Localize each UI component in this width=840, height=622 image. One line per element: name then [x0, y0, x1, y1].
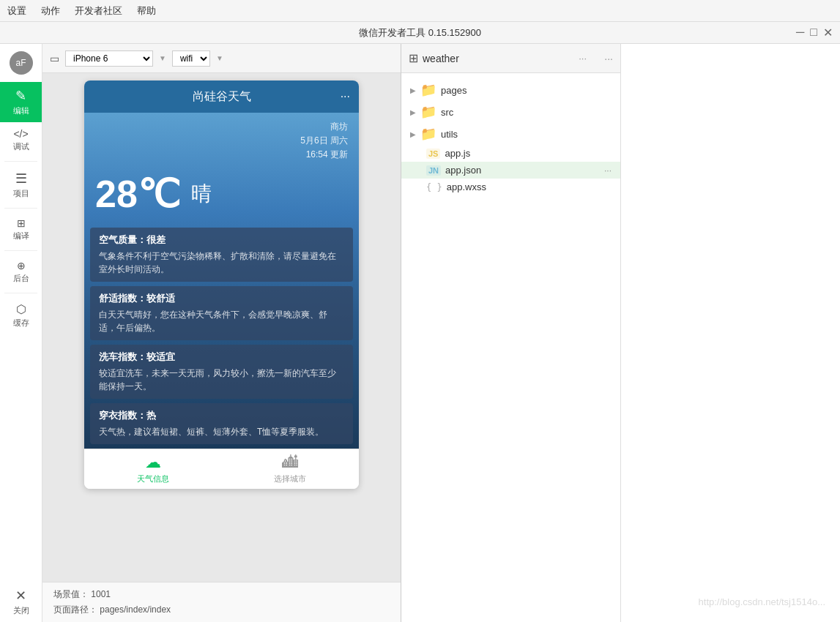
- debug-icon: </>: [13, 128, 28, 140]
- sidebar-label-backend: 后台: [13, 273, 29, 284]
- weather-temp-row: 28℃ 晴: [84, 168, 359, 223]
- menu-help[interactable]: 帮助: [137, 4, 156, 18]
- menu-settings[interactable]: 设置: [7, 4, 26, 18]
- sidebar-divider-3: [4, 250, 38, 251]
- scene-value: 1001: [91, 589, 111, 599]
- weather-card-3-desc: 天气热，建议着短裙、短裤、短薄外套、T恤等夏季服装。: [99, 425, 344, 438]
- pages-folder-icon: 📁: [420, 82, 436, 98]
- file-item-appjs[interactable]: JS app.js: [401, 145, 620, 162]
- sidebar-label-compile: 编译: [13, 231, 29, 241]
- sidebar-item-debug[interactable]: </> 调试: [0, 122, 42, 158]
- phone-frame: 尚硅谷天气 ··· 商坊 5月6日 周六 16:54 更新 28℃ 晴: [84, 80, 359, 489]
- utils-arrow-icon: ▶: [410, 130, 416, 138]
- file-panel-icon: ⊞: [409, 51, 418, 65]
- city-tab-label: 选择城市: [274, 473, 306, 484]
- pages-folder-name: pages: [441, 85, 467, 96]
- backend-icon: ⊕: [17, 260, 26, 271]
- file-toolbar-dots[interactable]: ···: [579, 53, 587, 64]
- weather-location: 商坊: [95, 120, 348, 134]
- simulator-panel: ▭ iPhone 6 ▼ wifi ▼ 尚硅谷天气 ··· 商坊: [42, 44, 401, 622]
- file-item-pages[interactable]: ▶ 📁 pages: [401, 79, 620, 101]
- appjson-dots[interactable]: ···: [604, 165, 612, 176]
- menu-actions[interactable]: 动作: [41, 4, 60, 18]
- weather-card-2: 洗车指数：较适宜 较适宜洗车，未来一天无雨，风力较小，擦洗一新的汽车至少能保持一…: [90, 345, 353, 399]
- sidebar-item-close[interactable]: ✕ 关闭: [0, 582, 42, 622]
- weather-tab-label: 天气信息: [137, 473, 169, 484]
- weather-update-time: 16:54 更新: [95, 148, 348, 162]
- maximize-button[interactable]: □: [810, 26, 817, 40]
- city-tab-icon: 🏙: [282, 453, 298, 472]
- sidebar-item-backend[interactable]: ⊕ 后台: [0, 254, 42, 290]
- path-value: pages/index/index: [100, 604, 171, 615]
- title-bar: 微信开发者工具 0.15.152900 ─ □ ✕: [0, 22, 840, 44]
- tab-weather-info[interactable]: ☁ 天气信息: [84, 449, 222, 489]
- appjson-name: app.json: [445, 165, 481, 176]
- weather-card-0-title: 空气质量：很差: [99, 233, 344, 247]
- weather-card-2-title: 洗车指数：较适宜: [99, 351, 344, 364]
- phone-content: 商坊 5月6日 周六 16:54 更新 28℃ 晴 空气质量：很差 气象条件不利…: [84, 113, 359, 449]
- appwxss-type-icon: { }: [426, 182, 442, 192]
- avatar[interactable]: aF: [10, 51, 33, 75]
- sidebar-item-editor[interactable]: ✎ 编辑: [0, 82, 42, 122]
- weather-card-0: 空气质量：很差 气象条件不利于空气污染物稀释、扩散和清除，请尽量避免在室外长时间…: [90, 228, 353, 282]
- sidebar: aF ✎ 编辑 </> 调试 ☰ 项目 ⊞ 编译 ⊕ 后台 ⬡ 缓存: [0, 44, 42, 622]
- menu-community[interactable]: 开发者社区: [75, 4, 122, 18]
- file-toolbar: ⊞ weather ··· ···: [401, 44, 620, 73]
- weather-card-3: 穿衣指数：热 天气热，建议着短裙、短裤、短薄外套、T恤等夏季服装。: [90, 403, 353, 444]
- minimize-button[interactable]: ─: [796, 26, 804, 40]
- weather-date: 5月6日 周六: [95, 134, 348, 148]
- file-panel-extra-dots[interactable]: ···: [591, 53, 613, 64]
- weather-header: 商坊 5月6日 周六 16:54 更新: [84, 113, 359, 168]
- weather-card-0-desc: 气象条件不利于空气污染物稀释、扩散和清除，请尽量避免在室外长时间活动。: [99, 250, 344, 276]
- src-folder-icon: 📁: [420, 104, 436, 120]
- path-label: 页面路径：: [53, 604, 97, 615]
- pages-arrow-icon: ▶: [410, 86, 416, 94]
- tab-city-select[interactable]: 🏙 选择城市: [222, 449, 360, 489]
- src-arrow-icon: ▶: [410, 108, 416, 116]
- network-arrow-icon: ▼: [216, 54, 223, 62]
- scene-info: 场景值： 1001: [53, 588, 390, 601]
- sidebar-label-close: 关闭: [13, 605, 29, 616]
- sidebar-divider-1: [4, 161, 38, 162]
- device-icon: ▭: [50, 53, 59, 64]
- sidebar-item-project[interactable]: ☰ 项目: [0, 165, 42, 205]
- weather-card-1-title: 舒适指数：较舒适: [99, 292, 344, 305]
- appjs-name: app.js: [445, 148, 470, 159]
- phone-nav-dots[interactable]: ···: [341, 90, 350, 103]
- file-item-utils[interactable]: ▶ 📁 utils: [401, 123, 620, 145]
- phone-container: 尚硅谷天气 ··· 商坊 5月6日 周六 16:54 更新 28℃ 晴: [42, 73, 401, 582]
- close-button[interactable]: ✕: [823, 26, 833, 40]
- weather-card-1-desc: 白天天气晴好，您在这种天气条件下，会感觉早晚凉爽、舒适，午后偏热。: [99, 308, 344, 334]
- window-controls: ─ □ ✕: [796, 26, 833, 40]
- sidebar-item-compile[interactable]: ⊞ 编译: [0, 211, 42, 247]
- device-arrow-icon: ▼: [159, 54, 166, 62]
- right-panel: http://blog.csdn.net/tsj1514o...: [620, 44, 840, 622]
- editor-icon: ✎: [15, 88, 26, 104]
- cache-icon: ⬡: [16, 302, 26, 316]
- file-tree: ▶ 📁 pages ▶ 📁 src ▶ 📁 utils JS app.js: [401, 73, 620, 622]
- appjs-type-icon: JS: [426, 149, 440, 159]
- weather-tab-icon: ☁: [145, 453, 161, 472]
- sidebar-label-project: 项目: [13, 188, 29, 199]
- compile-icon: ⊞: [17, 217, 26, 229]
- appjson-type-icon: JN: [426, 165, 441, 176]
- main-layout: aF ✎ 编辑 </> 调试 ☰ 项目 ⊞ 编译 ⊕ 后台 ⬡ 缓存: [0, 44, 840, 622]
- sidebar-item-cache[interactable]: ⬡ 缓存: [0, 296, 42, 334]
- weather-temperature: 28℃: [95, 172, 180, 216]
- weather-card-2-desc: 较适宜洗车，未来一天无雨，风力较小，擦洗一新的汽车至少能保持一天。: [99, 367, 344, 393]
- sidebar-label-cache: 缓存: [13, 318, 29, 329]
- utils-folder-name: utils: [441, 129, 458, 140]
- bottom-info: 场景值： 1001 页面路径： pages/index/index: [42, 582, 401, 622]
- src-folder-name: src: [441, 107, 453, 118]
- project-icon: ☰: [15, 171, 27, 187]
- weather-card-1: 舒适指数：较舒适 白天天气晴好，您在这种天气条件下，会感觉早晚凉爽、舒适，午后偏…: [90, 286, 353, 340]
- simulator-toolbar: ▭ iPhone 6 ▼ wifi ▼: [42, 44, 401, 73]
- file-item-src[interactable]: ▶ 📁 src: [401, 101, 620, 123]
- path-info: 页面路径： pages/index/index: [53, 604, 390, 616]
- network-select[interactable]: wifi: [172, 50, 210, 67]
- file-item-appjson[interactable]: JN app.json ···: [401, 162, 620, 179]
- device-select[interactable]: iPhone 6: [65, 50, 153, 67]
- file-item-appwxss[interactable]: { } app.wxss: [401, 179, 620, 195]
- sidebar-divider-2: [4, 208, 38, 209]
- sidebar-divider-4: [4, 293, 38, 293]
